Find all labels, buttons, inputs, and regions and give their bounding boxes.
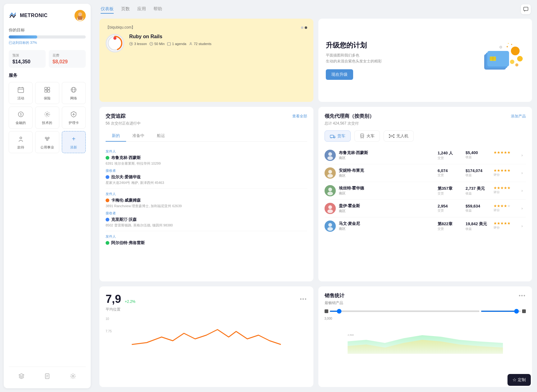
service-item-activities[interactable]: 活动: [9, 82, 33, 104]
svg-rect-38: [167, 43, 171, 45]
expense-card: 花费 $8,029: [49, 50, 86, 68]
network-icon: [69, 85, 78, 94]
course-students: 72 students: [189, 42, 212, 46]
expense-label: 花费: [52, 53, 82, 58]
svg-rect-4: [78, 16, 83, 20]
agent-row-3: 埃丝特·霍华德 南区 第357章 交货 2,737 美元 收益 ★★★★★ 评分: [325, 182, 526, 200]
nav-help[interactable]: 帮助: [153, 5, 162, 14]
svg-rect-68: [393, 134, 394, 135]
sales-chart: 2,500: [325, 323, 526, 354]
service-item-nurse[interactable]: 护理卡: [62, 107, 86, 129]
nav-dashboard[interactable]: 仪表板: [101, 5, 114, 14]
add-product-button[interactable]: 添加产品: [511, 114, 526, 119]
settings-icon[interactable]: [69, 372, 77, 382]
tab-new[interactable]: 新的: [106, 130, 126, 142]
range-slider-left[interactable]: [330, 311, 480, 312]
service-label-add: 添新: [70, 145, 77, 150]
range-slider-right[interactable]: [481, 311, 521, 312]
svg-point-82: [327, 209, 333, 213]
agent-region-2: 南区: [339, 173, 435, 178]
course-content: Ruby on Rails 3 lesson 50 Min 1 agend: [106, 34, 307, 52]
service-label-tech: 技术的: [42, 121, 52, 125]
upgrade-line1: 平面描图和我们多色: [326, 53, 359, 57]
nav-pages[interactable]: 页数: [121, 5, 130, 14]
chat-icon[interactable]: [521, 4, 531, 14]
service-item-public[interactable]: 公用事业: [35, 131, 59, 153]
tab-preparing[interactable]: 准备中: [126, 130, 151, 142]
cat-tab-truck[interactable]: 货车: [325, 130, 351, 142]
user-avatar[interactable]: [75, 10, 86, 21]
agent-arrow-5[interactable]: ›: [518, 222, 526, 230]
agent-name-2: 安妮特·布莱克: [339, 168, 435, 173]
chart-y-10: 10: [106, 317, 109, 321]
sidebar: METRONIC 你的目标 已达到目标的 37% 预算 $14,350 花费 $…: [4, 4, 91, 388]
agents-subtitle: 总计 424,567 次交付: [325, 121, 526, 126]
topbar-nav: 仪表板 页数 应用 帮助: [101, 5, 162, 14]
course-meta: 3 lesson 50 Min 1 agenda 72 student: [129, 42, 212, 46]
service-item-add[interactable]: + 添新: [62, 131, 86, 153]
svg-rect-67: [389, 134, 390, 135]
agent-stats-5: 第822章 交货 19,842 美元 收益 ★★★★★ 评分: [438, 221, 515, 231]
role-sender-2: 发件人: [106, 192, 307, 196]
course-url-bar: 【biqubiqu.com】: [106, 25, 307, 30]
cat-tab-drone[interactable]: 无人机: [384, 130, 414, 142]
course-title: Ruby on Rails: [129, 34, 212, 39]
upgrade-title: 升级您的计划: [326, 41, 382, 50]
progress-bar-background: [9, 35, 86, 39]
stat-transactions-1: 1,240 人 交货: [438, 150, 459, 160]
agent-avatar-4: [325, 203, 336, 214]
course-card: 【biqubiqu.com】 R: [99, 19, 313, 102]
stat-transactions-2: 6,074 交货: [438, 168, 459, 177]
agent-arrow-3[interactable]: ›: [518, 187, 526, 194]
stat-rating-4: ★★★★★ 评分: [494, 204, 515, 213]
customizer-button[interactable]: ☆ 定制: [507, 374, 531, 386]
agent-row-2: 安妮特·布莱克 南区 6,074 交货 $174,074 收益 ★★★★★ 评分: [325, 164, 526, 182]
loc-dot-5: [106, 241, 109, 245]
service-item-tech[interactable]: 技术的: [35, 107, 59, 129]
loc-dot-4: [106, 218, 109, 221]
pause-icon-right: [522, 309, 526, 313]
agent-stats-3: 第357章 交货 2,737 美元 收益 ★★★★★ 评分: [438, 186, 515, 196]
tab-shipping[interactable]: 船运: [151, 130, 171, 142]
avg-menu-dots[interactable]: •••: [300, 296, 307, 302]
loc-dot-2: [106, 175, 109, 179]
cat-tab-train[interactable]: 火车: [354, 130, 380, 142]
view-all-button[interactable]: 查看全部: [292, 114, 307, 119]
addr-sender-2: 3891 Ranchview 理查森博士, 加利福尼亚州 62639: [106, 204, 307, 208]
course-lessons: 3 lesson: [129, 42, 147, 46]
service-item-finance[interactable]: $ 金融的: [9, 107, 33, 129]
agent-arrow-1[interactable]: ›: [518, 152, 526, 159]
tracking-subtitle: 56 次交付正在进行中: [106, 121, 307, 126]
avg-chart: 10 7.75: [106, 317, 307, 354]
goal-section: 你的目标 已达到目标的 37%: [9, 27, 86, 45]
document-icon[interactable]: [43, 372, 52, 382]
sales-card: 销售统计 ••• 最畅销产品 3,000: [318, 286, 532, 387]
svg-point-39: [190, 43, 191, 44]
agent-arrow-4[interactable]: ›: [518, 205, 526, 212]
sales-menu-dots[interactable]: •••: [519, 293, 526, 299]
svg-point-44: [517, 56, 523, 62]
agent-arrow-2[interactable]: ›: [518, 169, 526, 177]
activities-icon: [16, 85, 25, 94]
tracking-item-1: 发件人 布鲁克林·西蒙斯 6391 埃尔全塞莱斯, 特拉华州 10299 接收者…: [106, 146, 307, 189]
svg-point-76: [327, 174, 333, 178]
insurance-icon: [43, 85, 52, 94]
svg-point-18: [46, 113, 48, 115]
svg-rect-9: [45, 87, 47, 89]
nav-apps[interactable]: 应用: [137, 5, 146, 14]
loc-dot-3: [106, 198, 109, 202]
svg-line-24: [46, 138, 47, 139]
sales-subtitle: 最畅销产品: [325, 300, 526, 306]
service-item-insurance[interactable]: 保险: [35, 82, 59, 104]
upgrade-button[interactable]: 现在升级: [326, 69, 353, 80]
service-item-reception[interactable]: 款待: [9, 131, 33, 153]
service-item-network[interactable]: 网络: [62, 82, 86, 104]
stat-rating-3: ★★★★★ 评分: [494, 186, 515, 196]
agent-avatar-3: [325, 185, 336, 196]
layers-icon[interactable]: [17, 372, 26, 382]
budget-label: 预算: [12, 53, 42, 58]
services-grid: 活动 保险 网络 $ 金融的 技术的: [9, 82, 86, 153]
sales-range-slider[interactable]: [325, 309, 526, 313]
logo-icon: [9, 11, 17, 20]
svg-point-23: [46, 139, 48, 141]
